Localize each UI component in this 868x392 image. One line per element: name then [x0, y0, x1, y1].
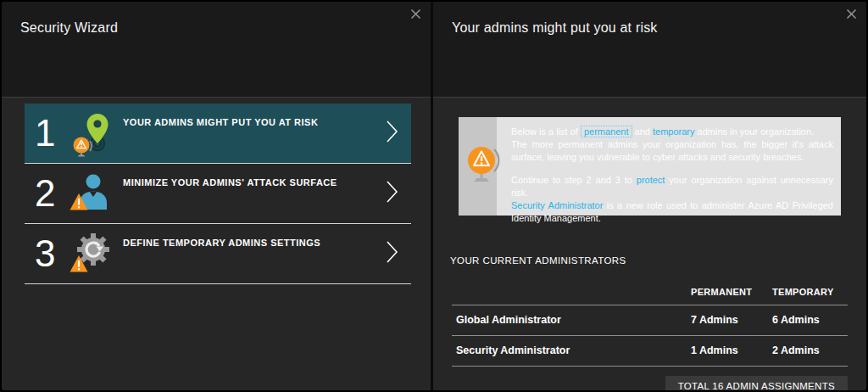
- step-2-label: MINIMIZE YOUR ADMINS' ATTACK SURFACE: [123, 177, 385, 188]
- step-3-number: 3: [25, 235, 62, 272]
- step-item-2[interactable]: 2 MINIMIZE YOUR ADMINS' ATTACK SURFACE: [25, 164, 411, 224]
- chevron-right-icon: [385, 239, 399, 268]
- step-detail-panel: Your admins might put you at risk: [433, 2, 866, 390]
- step-1-number: 1: [25, 115, 62, 152]
- role-cell: Global Administrator: [452, 314, 691, 326]
- info-box-text: Below is a list of permanent and tempora…: [497, 117, 841, 216]
- total-row: TOTAL 16 ADMIN ASSIGNMENTS: [452, 376, 848, 392]
- step-list: 1 YOUR AD: [2, 98, 431, 284]
- temporary-link[interactable]: temporary: [653, 126, 695, 137]
- table-row: Global Administrator 7 Admins 6 Admins: [452, 305, 848, 336]
- close-icon: [845, 8, 858, 23]
- step-3-label: DEFINE TEMPORARY ADMINS SETTINGS: [123, 238, 385, 248]
- step-2-number: 2: [25, 175, 62, 212]
- person-warning-icon: [67, 169, 116, 218]
- left-panel-title: Security Wizard: [20, 20, 118, 36]
- info-paragraph-1: Below is a list of permanent and tempora…: [511, 126, 833, 164]
- table-header-row: PERMANENT TEMPORARY: [452, 280, 848, 305]
- permanent-column-header: PERMANENT: [691, 287, 772, 297]
- left-panel-header: Security Wizard: [2, 2, 431, 98]
- map-pin-warning-icon: [67, 109, 116, 158]
- step-1-label: YOUR ADMINS MIGHT PUT YOU AT RISK: [123, 117, 385, 127]
- administrators-table: PERMANENT TEMPORARY Global Administrator…: [452, 280, 848, 367]
- admin-risk-info-box: Below is a list of permanent and tempora…: [459, 117, 841, 216]
- security-wizard-dialog: Security Wizard 1: [0, 0, 868, 392]
- text-segment: The more permanent admins your organizat…: [511, 139, 833, 162]
- wizard-steps-panel: Security Wizard 1: [2, 2, 433, 390]
- role-cell: Security Administrator: [452, 344, 691, 356]
- step-item-1[interactable]: 1 YOUR AD: [25, 104, 411, 164]
- right-panel-title: Your admins might put you at risk: [452, 20, 658, 36]
- temporary-count-cell: 2 Admins: [772, 344, 848, 356]
- total-admin-assignments-button[interactable]: TOTAL 16 ADMIN ASSIGNMENTS: [665, 376, 848, 392]
- current-administrators-heading: YOUR CURRENT ADMINISTRATORS: [450, 255, 866, 266]
- info-paragraph-2: Continue to step 2 and 3 to protect your…: [511, 174, 833, 225]
- chevron-right-icon: [385, 119, 399, 148]
- gear-warning-icon: [67, 229, 116, 278]
- text-segment: and: [632, 126, 653, 137]
- step-item-3[interactable]: 3: [25, 224, 411, 284]
- permanent-link[interactable]: permanent: [581, 126, 632, 137]
- temporary-column-header: TEMPORARY: [772, 287, 848, 297]
- chevron-right-icon: [385, 179, 399, 208]
- text-segment: Continue to step 2 and 3 to: [511, 175, 637, 185]
- right-panel-header: Your admins might put you at risk: [433, 2, 866, 98]
- right-close-button[interactable]: [842, 6, 860, 25]
- text-segment: Below is a list of: [511, 126, 581, 137]
- table-row: Security Administrator 1 Admins 2 Admins: [452, 336, 848, 367]
- temporary-count-cell: 6 Admins: [772, 314, 848, 326]
- security-administrator-link[interactable]: Security Administrator: [511, 200, 603, 210]
- permanent-count-cell: 1 Admins: [691, 344, 772, 356]
- close-icon: [409, 8, 422, 23]
- left-close-button[interactable]: [406, 6, 425, 25]
- text-segment: admins in your organization.: [695, 126, 815, 137]
- warning-globe-icon: [464, 139, 503, 193]
- permanent-count-cell: 7 Admins: [691, 314, 772, 326]
- protect-link[interactable]: protect: [637, 175, 665, 185]
